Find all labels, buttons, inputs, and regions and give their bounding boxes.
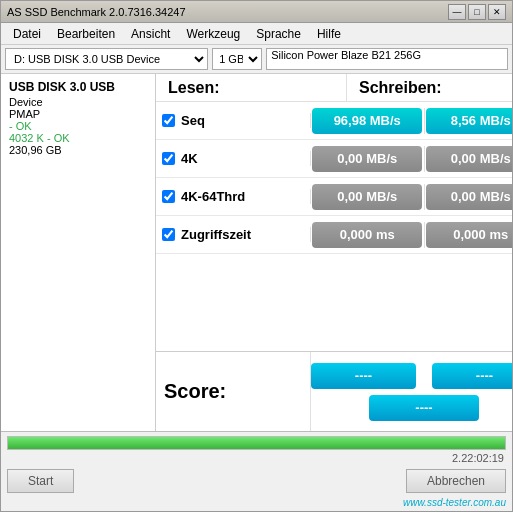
left-panel: USB DISK 3.0 USB Device PMAP - OK 4032 K… xyxy=(1,74,156,431)
menu-bearbeiten[interactable]: Bearbeiten xyxy=(49,25,123,43)
button-row: Start Abbrechen xyxy=(1,466,512,497)
progress-bar-container xyxy=(7,436,506,450)
score-lesen-box: ---- xyxy=(311,363,416,389)
4k-schreiben-col: 0,00 MB/s xyxy=(425,146,513,172)
bench-row-seq: Seq 96,98 MB/s 8,56 MB/s xyxy=(156,102,512,140)
score-row: Score: ---- ---- ---- xyxy=(156,351,512,431)
right-panel: Lesen: Schreiben: Seq 96,98 MB/s 8,56 MB… xyxy=(156,74,512,431)
bench-label-zugriffszeit: Zugriffszeit xyxy=(156,227,311,242)
size-label: 230,96 GB xyxy=(9,144,147,156)
bottom-section: 2.22:02:19 Start Abbrechen www.ssd-teste… xyxy=(1,431,512,511)
4k-lesen-col: 0,00 MB/s xyxy=(311,146,425,172)
seq-label: Seq xyxy=(181,113,205,128)
menu-bar: Datei Bearbeiten Ansicht Werkzeug Sprach… xyxy=(1,23,512,45)
bench-row-4k64: 4K-64Thrd 0,00 MB/s 0,00 MB/s xyxy=(156,178,512,216)
bench-label-4k64: 4K-64Thrd xyxy=(156,189,311,204)
seq-checkbox[interactable] xyxy=(162,114,175,127)
4k64-lesen-col: 0,00 MB/s xyxy=(311,184,425,210)
menu-hilfe[interactable]: Hilfe xyxy=(309,25,349,43)
header-lesen: Lesen: xyxy=(156,74,347,101)
4k64-schreiben-col: 0,00 MB/s xyxy=(425,184,513,210)
timestamp-row: 2.22:02:19 xyxy=(1,452,512,464)
title-bar: AS SSD Benchmark 2.0.7316.34247 — □ ✕ xyxy=(1,1,512,23)
zugriffszeit-lesen-col: 0,000 ms xyxy=(311,222,425,248)
4k-schreiben-value: 0,00 MB/s xyxy=(426,146,512,172)
4k-label: 4K xyxy=(181,151,198,166)
zugriffszeit-lesen-value: 0,000 ms xyxy=(312,222,422,248)
window-title: AS SSD Benchmark 2.0.7316.34247 xyxy=(7,6,186,18)
score-top-row: ---- ---- xyxy=(311,363,512,389)
timestamp: 2.22:02:19 xyxy=(452,452,504,464)
title-controls: — □ ✕ xyxy=(448,4,506,20)
watermark: www.ssd-tester.com.au xyxy=(1,497,512,511)
main-window: AS SSD Benchmark 2.0.7316.34247 — □ ✕ Da… xyxy=(0,0,513,512)
4k64-lesen-value: 0,00 MB/s xyxy=(312,184,422,210)
zugriffszeit-schreiben-col: 0,000 ms xyxy=(425,222,513,248)
header-schreiben: Schreiben: xyxy=(347,74,512,101)
seq-schreiben-value: 8,56 MB/s xyxy=(426,108,512,134)
device-info-title: USB DISK 3.0 USB xyxy=(9,80,147,94)
4k64-schreiben-value: 0,00 MB/s xyxy=(426,184,512,210)
bench-label-4k: 4K xyxy=(156,151,311,166)
device-select[interactable]: D: USB DISK 3.0 USB Device xyxy=(5,48,208,70)
zugriffszeit-schreiben-value: 0,000 ms xyxy=(426,222,512,248)
bench-row-4k: 4K 0,00 MB/s 0,00 MB/s xyxy=(156,140,512,178)
device-info-subtitle: Device xyxy=(9,96,147,108)
seq-schreiben-col: 8,56 MB/s xyxy=(425,108,513,134)
bench-row-zugriffszeit: Zugriffszeit 0,000 ms 0,000 ms xyxy=(156,216,512,254)
score-values-area: ---- ---- ---- xyxy=(311,352,512,431)
start-button[interactable]: Start xyxy=(7,469,74,493)
close-button[interactable]: ✕ xyxy=(488,4,506,20)
zugriffszeit-label: Zugriffszeit xyxy=(181,227,251,242)
bench-rows: Seq 96,98 MB/s 8,56 MB/s 4K xyxy=(156,102,512,351)
device-name-display: Silicon Power Blaze B21 256G xyxy=(266,48,508,70)
abort-button[interactable]: Abbrechen xyxy=(406,469,506,493)
size-select[interactable]: 1 GB xyxy=(212,48,262,70)
maximize-button[interactable]: □ xyxy=(468,4,486,20)
pmap-label: PMAP xyxy=(9,108,147,120)
toolbar: D: USB DISK 3.0 USB Device 1 GB Silicon … xyxy=(1,45,512,74)
seq-lesen-col: 96,98 MB/s xyxy=(311,108,425,134)
score-label: Score: xyxy=(156,352,311,431)
minimize-button[interactable]: — xyxy=(448,4,466,20)
menu-ansicht[interactable]: Ansicht xyxy=(123,25,178,43)
seq-lesen-value: 96,98 MB/s xyxy=(312,108,422,134)
menu-sprache[interactable]: Sprache xyxy=(248,25,309,43)
ok1-label: - OK xyxy=(9,120,147,132)
main-content: USB DISK 3.0 USB Device PMAP - OK 4032 K… xyxy=(1,74,512,431)
bench-label-seq: Seq xyxy=(156,113,311,128)
progress-bar-fill xyxy=(8,437,505,449)
4k-lesen-value: 0,00 MB/s xyxy=(312,146,422,172)
menu-datei[interactable]: Datei xyxy=(5,25,49,43)
zugriffszeit-checkbox[interactable] xyxy=(162,228,175,241)
4k-checkbox[interactable] xyxy=(162,152,175,165)
4k64-label: 4K-64Thrd xyxy=(181,189,245,204)
headers-row: Lesen: Schreiben: xyxy=(156,74,512,102)
score-total-box: ---- xyxy=(369,395,479,421)
ok2-label: 4032 K - OK xyxy=(9,132,147,144)
score-schreiben-box: ---- xyxy=(432,363,512,389)
menu-werkzeug[interactable]: Werkzeug xyxy=(178,25,248,43)
4k64-checkbox[interactable] xyxy=(162,190,175,203)
